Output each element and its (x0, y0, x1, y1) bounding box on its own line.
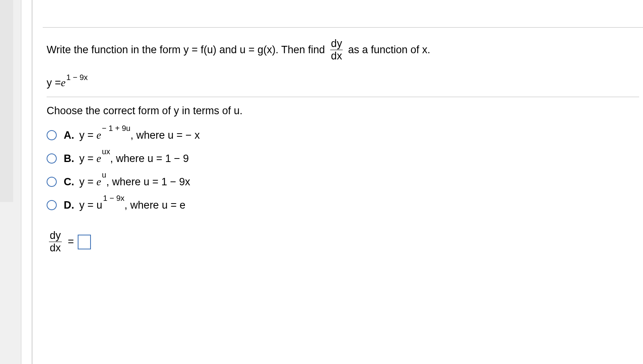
choice-a-label: A. (64, 129, 79, 141)
choice-d-label: D. (64, 199, 79, 211)
choice-c-label: C. (64, 176, 79, 188)
choice-c-body: y = e u , where u = 1 − 9x (79, 176, 190, 188)
radio-d[interactable] (47, 200, 57, 210)
choice-c-pre: y = (79, 176, 96, 188)
choice-d-post: , where u = e (124, 199, 185, 211)
radio-c[interactable] (47, 177, 57, 187)
choice-a-pre: y = (79, 129, 96, 141)
fraction-num: dy (330, 38, 343, 50)
choice-d-pre: y = u (79, 199, 102, 211)
given-lhs: y = (47, 77, 61, 89)
choice-a-body: y = e − 1 + 9u , where u = − x (79, 129, 200, 141)
choice-a: A. y = e − 1 + 9u , where u = − x (47, 127, 639, 143)
choices: A. y = e − 1 + 9u , where u = − x B. y =… (47, 127, 639, 213)
answer-equals: = (68, 236, 74, 248)
choice-c-post: , where u = 1 − 9x (106, 176, 190, 188)
choice-c-exp: u (102, 171, 106, 179)
choice-b-pre: y = (79, 153, 96, 165)
divider-mid (47, 97, 639, 97)
given-function: y = e 1 − 9x (47, 77, 639, 89)
choice-b-label: B. (64, 153, 79, 165)
choice-b-e: e (96, 153, 101, 165)
left-gutter (0, 0, 21, 364)
fraction-dy-dx: dy dx (330, 38, 343, 61)
prompt-part2: as a function of x. (345, 44, 430, 56)
choice-c: C. y = e u , where u = 1 − 9x (47, 174, 639, 190)
sub-prompt: Choose the correct form of y in terms of… (47, 105, 639, 117)
radio-b[interactable] (47, 153, 57, 164)
choice-d-body: y = u 1 − 9x , where u = e (79, 199, 185, 211)
scrollbar-thumb[interactable] (0, 0, 13, 202)
answer-frac-num: dy (49, 230, 62, 242)
choice-a-post: , where u = − x (131, 129, 200, 141)
choice-a-exp: − 1 + 9u (102, 124, 130, 133)
choice-b: B. y = e ux , where u = 1 − 9 (47, 150, 639, 167)
answer-fraction: dy dx (49, 230, 62, 253)
choice-d-exp: 1 − 9x (103, 194, 124, 203)
answer-frac-den: dx (49, 242, 62, 253)
choice-b-body: y = e ux , where u = 1 − 9 (79, 153, 189, 165)
question-block: Write the function in the form y = f(u) … (43, 28, 643, 262)
left-margin (21, 0, 32, 364)
prompt-part1: Write the function in the form y = f(u) … (47, 44, 328, 56)
answer-input[interactable] (78, 235, 91, 249)
fraction-den: dx (330, 50, 343, 61)
answer-row: dy dx = (47, 230, 639, 253)
choice-d: D. y = u 1 − 9x , where u = e (47, 197, 639, 213)
prompt: Write the function in the form y = f(u) … (47, 38, 639, 61)
page: Write the function in the form y = f(u) … (0, 0, 643, 364)
choice-c-e: e (96, 176, 101, 188)
choice-a-e: e (96, 129, 101, 141)
given-e: e (61, 77, 66, 89)
question-content: Write the function in the form y = f(u) … (43, 0, 643, 364)
radio-a[interactable] (47, 130, 57, 140)
given-exponent: 1 − 9x (66, 73, 88, 82)
choice-b-post: , where u = 1 − 9 (110, 153, 189, 165)
choice-b-exp: ux (102, 147, 110, 156)
